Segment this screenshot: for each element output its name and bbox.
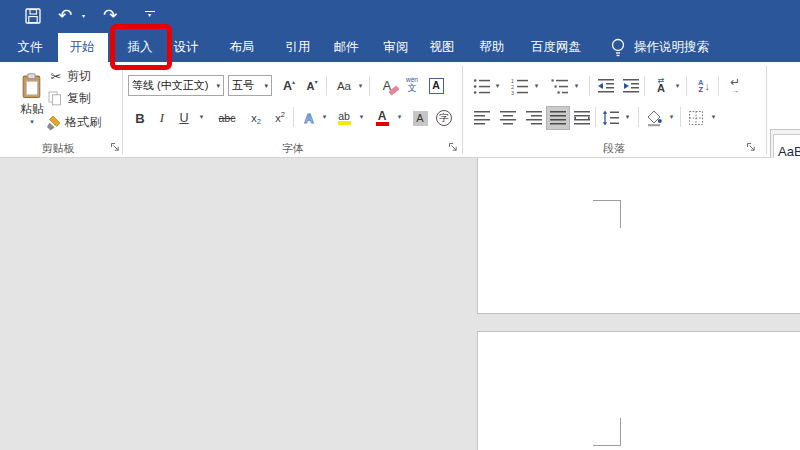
align-left-button[interactable]	[472, 106, 492, 130]
grow-font-button[interactable]: A ▴	[278, 75, 300, 97]
lightbulb-icon[interactable]	[608, 37, 628, 59]
copy-button[interactable]: 复制	[48, 90, 91, 107]
asian-layout-caret-icon[interactable]: ▾	[673, 82, 682, 90]
format-painter-button[interactable]: 格式刷	[46, 114, 101, 131]
group-separator	[122, 66, 123, 154]
undo-dropdown-caret-icon[interactable]: ▾	[82, 0, 85, 32]
strikethrough-button[interactable]: abc	[213, 106, 241, 130]
character-border-button[interactable]: A	[426, 75, 446, 97]
show-hide-marks-button[interactable]: ↵ →	[724, 75, 746, 97]
separator	[293, 107, 294, 127]
undo-icon[interactable]: ↶	[58, 0, 72, 32]
font-dialog-launcher-icon[interactable]	[448, 142, 459, 153]
paragraph-dialog-launcher-icon[interactable]	[746, 142, 757, 153]
align-center-button[interactable]	[498, 106, 518, 130]
margin-crop-mark	[620, 200, 621, 228]
bullet-list-caret-icon[interactable]: ▾	[493, 82, 502, 90]
margin-crop-mark	[593, 200, 621, 201]
tell-me-search[interactable]: 操作说明搜索	[634, 32, 709, 62]
cut-button[interactable]: ✂ 剪切	[48, 68, 91, 85]
page-1[interactable]	[477, 158, 800, 314]
tab-references[interactable]: 引用	[286, 32, 311, 62]
separator	[638, 107, 639, 127]
superscript-button[interactable]: x 2	[269, 106, 291, 130]
tab-design[interactable]: 设计	[174, 32, 199, 62]
cut-label: 剪切	[67, 68, 91, 85]
tab-home[interactable]: 开始	[70, 32, 95, 62]
font-size-value: 五号	[232, 78, 254, 93]
asian-layout-button[interactable]: ⇄ A	[650, 75, 672, 97]
enclose-characters-button[interactable]: 字	[433, 106, 455, 130]
distribute-button[interactable]	[572, 106, 592, 130]
borders-button[interactable]	[686, 106, 706, 130]
clear-formatting-button[interactable]: A	[375, 75, 399, 97]
tab-mailings[interactable]: 邮件	[334, 32, 359, 62]
bold-button[interactable]: B	[130, 106, 150, 130]
line-spacing-caret-icon[interactable]: ▾	[623, 113, 632, 121]
clipboard-dialog-launcher-icon[interactable]	[110, 142, 121, 153]
copy-icon	[48, 91, 64, 106]
subscript-button[interactable]: x 2	[245, 106, 267, 130]
tab-file[interactable]: 文件	[18, 32, 43, 62]
shading-caret-icon[interactable]: ▾	[667, 113, 676, 121]
align-left-icon	[473, 110, 491, 126]
character-shading-button[interactable]: A	[409, 106, 431, 130]
shading-button[interactable]	[643, 106, 665, 130]
group-separator	[462, 66, 463, 154]
separator	[686, 76, 687, 96]
decrease-indent-icon	[597, 78, 615, 94]
align-right-button[interactable]	[524, 106, 544, 130]
sort-z-label: Z	[698, 86, 703, 94]
decrease-indent-button[interactable]	[596, 75, 616, 97]
text-highlight-button[interactable]: ab	[332, 106, 356, 130]
shrink-font-button[interactable]: A ▾	[302, 75, 322, 97]
separator	[326, 76, 327, 96]
font-name-combobox[interactable]: 等线 (中文正文) ▾	[128, 75, 224, 96]
align-center-icon	[499, 110, 517, 126]
group-separator	[766, 66, 767, 154]
character-shading-label: A	[413, 111, 428, 126]
numbered-list-caret-icon[interactable]: ▾	[532, 82, 541, 90]
borders-caret-icon[interactable]: ▾	[709, 113, 718, 121]
tab-help[interactable]: 帮助	[480, 32, 505, 62]
bold-label: B	[135, 111, 144, 126]
insert-tab-highlight-annotation	[110, 24, 172, 70]
font-size-combobox[interactable]: 五号 ▾	[228, 75, 272, 96]
save-icon[interactable]	[24, 7, 42, 25]
font-color-caret-icon[interactable]: ▾	[395, 113, 404, 121]
tab-baidu-netdisk[interactable]: 百度网盘	[531, 32, 581, 62]
multilevel-list-button[interactable]	[550, 75, 570, 97]
change-case-caret-icon[interactable]: ▾	[356, 82, 365, 90]
customize-quick-access-icon[interactable]: ▾	[144, 11, 155, 18]
asian-layout-letter: A	[657, 83, 665, 94]
text-effects-button[interactable]: A	[298, 106, 320, 130]
tab-layout[interactable]: 布局	[230, 32, 255, 62]
tab-view[interactable]: 视图	[430, 32, 455, 62]
justify-button[interactable]	[546, 106, 570, 130]
numbered-list-button[interactable]: 1 2 3	[510, 75, 530, 97]
separator	[595, 107, 596, 127]
svg-text:3: 3	[511, 89, 514, 94]
change-case-button[interactable]: Aa	[332, 75, 356, 97]
bullet-list-button[interactable]	[472, 75, 492, 97]
underline-caret-icon[interactable]: ▾	[197, 113, 206, 121]
increase-indent-button[interactable]	[621, 75, 641, 97]
shrink-caret-icon: ▾	[314, 78, 317, 85]
text-effects-caret-icon[interactable]: ▾	[320, 113, 329, 121]
pinyin-bottom-label: 文	[402, 84, 422, 93]
underline-button[interactable]: U	[174, 106, 194, 130]
multilevel-list-caret-icon[interactable]: ▾	[572, 82, 581, 90]
separator	[644, 76, 645, 96]
phonetic-guide-button[interactable]: wén 文	[402, 75, 422, 97]
highlight-caret-icon[interactable]: ▾	[357, 113, 366, 121]
font-color-button[interactable]: A	[371, 106, 393, 130]
align-right-icon	[525, 110, 543, 126]
font-name-value: 等线 (中文正文)	[132, 78, 208, 93]
tab-review[interactable]: 审阅	[384, 32, 409, 62]
line-spacing-button[interactable]	[600, 106, 622, 130]
sort-button[interactable]: A Z ↓	[692, 75, 716, 97]
italic-button[interactable]: I	[154, 106, 170, 130]
copy-label: 复制	[67, 90, 91, 107]
font-size-caret-icon: ▾	[261, 82, 268, 90]
page-2[interactable]	[477, 331, 800, 450]
